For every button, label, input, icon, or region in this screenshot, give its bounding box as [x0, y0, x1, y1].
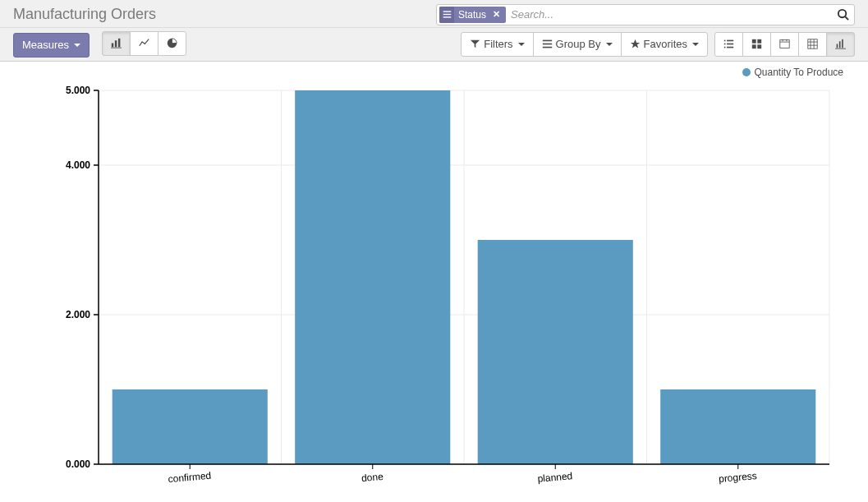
- svg-text:2.000: 2.000: [66, 309, 90, 320]
- svg-rect-13: [727, 40, 733, 42]
- svg-rect-12: [724, 40, 726, 42]
- kanban-view-button[interactable]: [742, 32, 771, 57]
- header-bar: Manufacturing Orders Status ✕: [0, 0, 868, 28]
- svg-text:done: done: [361, 471, 383, 484]
- groupby-label: Group By: [556, 38, 601, 50]
- svg-text:planned: planned: [537, 470, 573, 485]
- page-title: Manufacturing Orders: [13, 6, 156, 23]
- svg-rect-0: [443, 11, 451, 12]
- svg-rect-26: [808, 39, 817, 48]
- search-icon[interactable]: [837, 8, 849, 23]
- svg-rect-55: [478, 240, 633, 464]
- svg-text:confirmed: confirmed: [168, 470, 212, 486]
- list-view-icon: [723, 39, 734, 49]
- svg-rect-56: [660, 389, 815, 464]
- chart-type-group: [102, 31, 186, 56]
- calendar-icon: [779, 39, 790, 49]
- svg-rect-21: [757, 44, 761, 48]
- caret-down-icon: [518, 43, 525, 46]
- search-box[interactable]: Status ✕: [436, 4, 855, 25]
- svg-rect-18: [752, 39, 756, 44]
- star-icon: [630, 39, 641, 49]
- calendar-view-button[interactable]: [770, 32, 799, 57]
- chart-canvas: 0.0002.0004.0005.000confirmeddoneplanned…: [16, 70, 838, 497]
- svg-rect-31: [837, 44, 838, 48]
- caret-down-icon: [74, 44, 80, 47]
- svg-rect-33: [842, 39, 843, 48]
- svg-text:progress: progress: [719, 470, 758, 485]
- svg-rect-11: [542, 47, 551, 48]
- svg-rect-10: [542, 44, 551, 45]
- kanban-icon: [751, 39, 762, 49]
- list-icon: [542, 39, 553, 49]
- pivot-view-button[interactable]: [798, 32, 827, 57]
- svg-rect-32: [839, 41, 841, 48]
- filter-group: Filters Group By Favorites: [461, 32, 708, 57]
- svg-rect-2: [443, 16, 451, 17]
- svg-rect-7: [118, 39, 120, 48]
- measures-label: Measures: [22, 39, 69, 51]
- svg-rect-17: [727, 47, 733, 48]
- svg-rect-16: [724, 47, 726, 48]
- svg-rect-9: [542, 40, 551, 42]
- pie-chart-button[interactable]: [158, 31, 186, 56]
- svg-text:4.000: 4.000: [66, 159, 90, 171]
- measures-button[interactable]: Measures: [13, 33, 90, 58]
- svg-rect-5: [112, 44, 113, 48]
- favorites-label: Favorites: [644, 38, 687, 50]
- svg-text:0.000: 0.000: [66, 458, 90, 470]
- svg-point-3: [838, 9, 846, 16]
- svg-rect-1: [443, 14, 451, 15]
- svg-rect-15: [727, 44, 733, 45]
- search-input[interactable]: [507, 7, 854, 21]
- funnel-icon: [470, 39, 480, 49]
- svg-rect-14: [724, 44, 726, 45]
- favorites-button[interactable]: Favorites: [621, 32, 708, 57]
- pie-chart-icon: [167, 38, 177, 48]
- svg-text:5.000: 5.000: [66, 85, 90, 96]
- filters-label: Filters: [484, 38, 512, 50]
- filters-button[interactable]: Filters: [461, 32, 533, 57]
- svg-rect-6: [115, 40, 117, 47]
- line-chart-icon: [139, 38, 149, 48]
- list-view-button[interactable]: [714, 32, 743, 57]
- search-facet-label: Status: [454, 9, 490, 21]
- svg-rect-20: [752, 44, 756, 48]
- list-icon: [439, 7, 454, 23]
- svg-rect-54: [295, 90, 450, 464]
- svg-rect-19: [757, 39, 761, 44]
- svg-rect-22: [780, 40, 789, 48]
- bar-chart-button[interactable]: [102, 31, 131, 56]
- svg-rect-53: [113, 389, 268, 464]
- search-facet-status[interactable]: Status ✕: [439, 7, 506, 23]
- caret-down-icon: [606, 43, 613, 46]
- caret-down-icon: [692, 43, 699, 46]
- pivot-icon: [807, 39, 818, 49]
- toolbar: Measures Filters Group By: [0, 28, 868, 62]
- line-chart-button[interactable]: [130, 31, 158, 56]
- graph-view-button[interactable]: [826, 32, 855, 57]
- close-icon[interactable]: ✕: [490, 9, 503, 20]
- groupby-button[interactable]: Group By: [533, 32, 622, 57]
- graph-icon: [835, 39, 846, 49]
- chart-area: Quantity To Produce 0.0002.0004.0005.000…: [0, 62, 868, 502]
- bar-chart-icon: [111, 38, 122, 48]
- svg-line-4: [845, 16, 848, 20]
- view-switch-group: [714, 32, 855, 57]
